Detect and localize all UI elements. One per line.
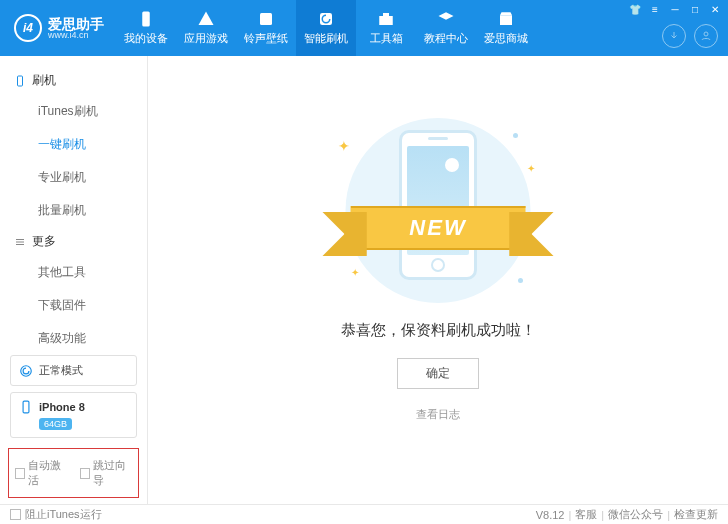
tab-label: 铃声壁纸 (244, 31, 288, 46)
sidebar-group-flash: 刷机 (0, 66, 147, 95)
tab-mall[interactable]: 爱思商城 (476, 0, 536, 56)
header-right (662, 24, 718, 48)
success-illustration: ✦ ✦ ✦ NEW (323, 118, 553, 303)
close-button[interactable]: ✕ (706, 2, 724, 16)
checkbox-label: 自动激活 (28, 458, 67, 488)
tab-label: 智能刷机 (304, 31, 348, 46)
checkbox-label: 跳过向导 (93, 458, 132, 488)
sparkle-icon: ✦ (351, 267, 359, 278)
update-link[interactable]: 检查更新 (674, 507, 718, 522)
minimize-button[interactable]: ─ (666, 2, 684, 16)
svg-rect-7 (18, 76, 23, 86)
auto-activate-checkbox[interactable]: 自动激活 (15, 458, 68, 488)
tab-label: 工具箱 (370, 31, 403, 46)
block-itunes-checkbox[interactable]: 阻止iTunes运行 (10, 507, 102, 522)
svg-rect-12 (23, 401, 29, 413)
tab-tools[interactable]: 工具箱 (356, 0, 416, 56)
sidebar-item-itunes-flash[interactable]: iTunes刷机 (0, 95, 147, 128)
sidebar-group-more: 更多 (0, 227, 147, 256)
group-title: 刷机 (32, 72, 56, 89)
support-link[interactable]: 客服 (575, 507, 597, 522)
maximize-button[interactable]: □ (686, 2, 704, 16)
mall-icon (497, 10, 515, 28)
flash-icon (317, 10, 335, 28)
svg-rect-3 (379, 16, 393, 25)
apps-icon (197, 10, 215, 28)
ribbon-text: NEW (351, 206, 526, 250)
ok-button[interactable]: 确定 (397, 358, 479, 389)
menu-button[interactable]: ≡ (646, 2, 664, 16)
skin-button[interactable]: 👕 (626, 2, 644, 16)
bottom-options: 自动激活 跳过向导 (8, 448, 139, 498)
storage-badge: 64GB (39, 418, 72, 430)
tab-label: 我的设备 (124, 31, 168, 46)
sidebar-item-batch-flash[interactable]: 批量刷机 (0, 194, 147, 227)
sidebar-item-download-firmware[interactable]: 下载固件 (0, 289, 147, 322)
success-message: 恭喜您，保资料刷机成功啦！ (341, 321, 536, 340)
svg-rect-1 (260, 13, 272, 25)
app-header: i4 爱思助手 www.i4.cn 我的设备 应用游戏 铃声壁纸 智能刷机 工具… (0, 0, 728, 56)
group-title: 更多 (32, 233, 56, 250)
main-content: ✦ ✦ ✦ NEW 恭喜您，保资料刷机成功啦！ 确定 查看日志 (148, 56, 728, 504)
tab-label: 应用游戏 (184, 31, 228, 46)
tab-ring[interactable]: 铃声壁纸 (236, 0, 296, 56)
sidebar: 刷机 iTunes刷机 一键刷机 专业刷机 批量刷机 更多 其他工具 下载固件 … (0, 56, 148, 504)
wechat-link[interactable]: 微信公众号 (608, 507, 663, 522)
ring-icon (257, 10, 275, 28)
new-ribbon: NEW (351, 206, 526, 250)
view-log-link[interactable]: 查看日志 (416, 407, 460, 422)
device-name: iPhone 8 (39, 401, 85, 413)
svg-point-11 (21, 365, 32, 376)
svg-rect-0 (142, 12, 150, 27)
sparkle-icon: ✦ (338, 138, 350, 154)
download-button[interactable] (662, 24, 686, 48)
tab-label: 教程中心 (424, 31, 468, 46)
checkbox-label: 阻止iTunes运行 (25, 507, 102, 522)
status-label: 正常模式 (39, 363, 83, 378)
user-button[interactable] (694, 24, 718, 48)
sidebar-item-pro-flash[interactable]: 专业刷机 (0, 161, 147, 194)
tab-tutorial[interactable]: 教程中心 (416, 0, 476, 56)
device-info[interactable]: iPhone 8 64GB (10, 392, 137, 438)
tab-flash[interactable]: 智能刷机 (296, 0, 356, 56)
logo-subtitle: www.i4.cn (48, 31, 104, 40)
device-icon (137, 10, 155, 28)
logo-icon: i4 (14, 14, 42, 42)
window-controls: 👕 ≡ ─ □ ✕ (626, 2, 724, 16)
toolbox-icon (377, 10, 395, 28)
sidebar-item-other-tools[interactable]: 其他工具 (0, 256, 147, 289)
tab-device[interactable]: 我的设备 (116, 0, 176, 56)
tab-apps[interactable]: 应用游戏 (176, 0, 236, 56)
svg-point-6 (704, 32, 708, 36)
device-mode-status[interactable]: 正常模式 (10, 355, 137, 386)
tutorial-icon (437, 10, 455, 28)
status-bar: 阻止iTunes运行 V8.12 | 客服 | 微信公众号 | 检查更新 (0, 504, 728, 524)
phone-icon (399, 130, 477, 280)
app-logo: i4 爱思助手 www.i4.cn (0, 14, 116, 42)
version-label: V8.12 (536, 509, 565, 521)
sparkle-icon: ✦ (527, 163, 535, 174)
tab-label: 爱思商城 (484, 31, 528, 46)
logo-title: 爱思助手 (48, 17, 104, 31)
top-tabs: 我的设备 应用游戏 铃声壁纸 智能刷机 工具箱 教程中心 爱思商城 (116, 0, 536, 56)
skip-wizard-checkbox[interactable]: 跳过向导 (80, 458, 133, 488)
sidebar-item-oneclick-flash[interactable]: 一键刷机 (0, 128, 147, 161)
svg-rect-4 (383, 13, 389, 16)
sidebar-item-advanced[interactable]: 高级功能 (0, 322, 147, 349)
svg-rect-5 (500, 15, 512, 25)
